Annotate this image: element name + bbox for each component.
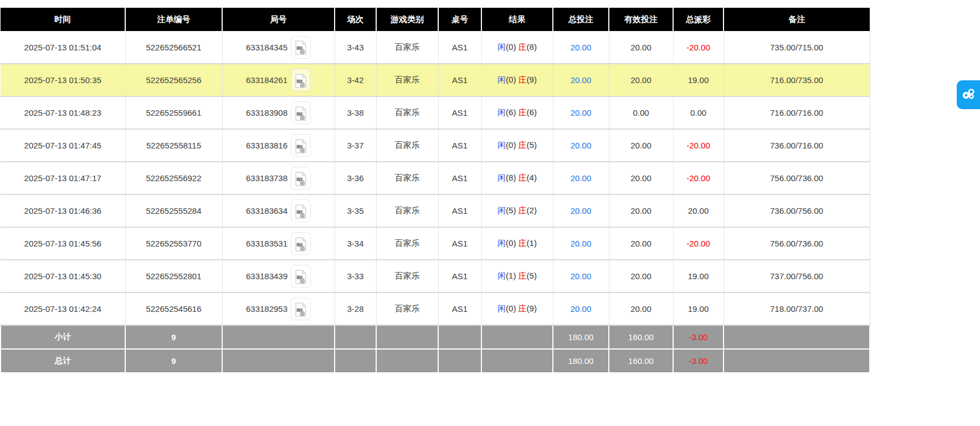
- video-replay-button[interactable]: [291, 101, 311, 124]
- player-result-value: (8): [506, 173, 516, 182]
- floating-share-widget[interactable]: [957, 80, 980, 109]
- video-replay-button[interactable]: [291, 134, 311, 157]
- table-row: 2025-07-13 01:47:45 522652558115 6331838…: [1, 129, 870, 162]
- cell-session: 3-43: [335, 31, 376, 64]
- cell-game-type: 百家乐: [376, 260, 438, 292]
- col-header-remark: 备注: [724, 8, 870, 31]
- total-empty-remark: [724, 349, 870, 373]
- player-result-value: (0): [506, 75, 516, 84]
- cell-session: 3-37: [335, 129, 376, 162]
- video-replay-button[interactable]: [291, 265, 311, 288]
- cell-total-bet: 20.00: [553, 31, 609, 64]
- cell-valid-bet: 20.00: [609, 129, 673, 162]
- cell-session: 3-38: [335, 96, 376, 129]
- player-result-label: 闲: [497, 271, 506, 280]
- player-result-value: (0): [506, 140, 516, 150]
- total-bet-link[interactable]: 20.00: [571, 43, 592, 52]
- cell-game-type: 百家乐: [376, 129, 438, 162]
- cell-valid-bet: 20.00: [609, 227, 673, 260]
- round-number: 633182953: [246, 304, 288, 314]
- total-bet-link[interactable]: 20.00: [571, 173, 592, 183]
- cell-time: 2025-07-13 01:47:45: [1, 129, 125, 162]
- banker-result-value: (9): [527, 75, 537, 84]
- cell-table-no: AS1: [438, 260, 481, 292]
- player-result-label: 闲: [497, 304, 506, 313]
- cell-table-no: AS1: [438, 64, 481, 96]
- video-replay-button[interactable]: [291, 36, 311, 59]
- cell-bet-id: 522652566521: [125, 31, 222, 64]
- round-number: 633184345: [246, 43, 288, 52]
- round-number: 633183908: [246, 108, 288, 117]
- player-result-label: 闲: [497, 75, 506, 84]
- cell-table-no: AS1: [438, 194, 481, 227]
- total-bet-link[interactable]: 20.00: [571, 239, 592, 248]
- cell-round: 633182953: [222, 292, 335, 325]
- cell-table-no: AS1: [438, 227, 481, 260]
- cell-time: 2025-07-13 01:42:24: [1, 292, 125, 325]
- banker-result-value: (6): [527, 107, 537, 117]
- cell-time: 2025-07-13 01:51:04: [1, 31, 125, 64]
- video-replay-icon: [295, 206, 307, 215]
- cell-bet-id: 522652558115: [125, 129, 222, 162]
- total-bet-link[interactable]: 20.00: [571, 271, 592, 281]
- video-replay-icon: [295, 141, 307, 150]
- cell-time: 2025-07-13 01:46:36: [1, 194, 125, 227]
- cell-session: 3-28: [335, 292, 376, 325]
- player-result-label: 闲: [497, 107, 506, 117]
- cell-payout: 19.00: [673, 64, 724, 96]
- total-bet-link[interactable]: 20.00: [571, 304, 592, 314]
- total-bet-link[interactable]: 20.00: [571, 206, 592, 215]
- cell-payout: -20.00: [673, 31, 724, 64]
- total-bet-link[interactable]: 20.00: [571, 75, 592, 85]
- player-result-value: (0): [506, 238, 516, 248]
- video-replay-icon: [295, 239, 307, 248]
- table-row: 2025-07-13 01:50:35 522652565256 6331842…: [1, 64, 870, 96]
- player-result-label: 闲: [497, 238, 506, 248]
- cell-total-bet: 20.00: [553, 292, 609, 325]
- subtotal-valid-bet: 160.00: [609, 325, 673, 349]
- video-replay-icon: [295, 43, 307, 52]
- player-result-value: (5): [506, 206, 516, 215]
- cell-remark: 737.00/756.00: [724, 260, 870, 292]
- col-header-game-type: 游戏类别: [376, 8, 438, 31]
- cell-valid-bet: 20.00: [609, 260, 673, 292]
- cell-remark: 756.00/736.00: [724, 162, 870, 194]
- video-replay-button[interactable]: [291, 199, 311, 222]
- total-bet-link[interactable]: 20.00: [571, 141, 592, 150]
- table-header: 时间 注单编号 局号 场次 游戏类别 桌号 结果 总投注 有效投注 总派彩 备注: [1, 8, 870, 31]
- table-footer: 小计 9 180.00 160.00 -3.00 总计 9 1: [1, 325, 870, 373]
- banker-result-value: (4): [527, 173, 537, 182]
- video-replay-button[interactable]: [291, 232, 311, 255]
- table-row: 2025-07-13 01:45:30 522652552801 6331834…: [1, 260, 870, 292]
- banker-result-label: 庄: [519, 271, 527, 280]
- cell-valid-bet: 20.00: [609, 162, 673, 194]
- player-result-label: 闲: [497, 140, 506, 150]
- banker-result-label: 庄: [519, 238, 527, 248]
- video-replay-button[interactable]: [291, 167, 311, 189]
- cell-game-type: 百家乐: [376, 227, 438, 260]
- cell-result: 闲(0) 庄(1): [481, 227, 553, 260]
- cell-total-bet: 20.00: [553, 260, 609, 292]
- total-empty-table: [438, 349, 481, 373]
- col-header-total-bet: 总投注: [553, 8, 609, 31]
- total-valid-bet: 160.00: [609, 349, 673, 373]
- table-row: 2025-07-13 01:51:04 522652566521 6331843…: [1, 31, 870, 64]
- cell-valid-bet: 20.00: [609, 64, 673, 96]
- cell-round: 633184345: [222, 31, 335, 64]
- table-row: 2025-07-13 01:45:56 522652553770 6331835…: [1, 227, 870, 260]
- total-bet-link[interactable]: 20.00: [571, 108, 592, 117]
- player-result-value: (6): [506, 107, 516, 117]
- table-row: 2025-07-13 01:47:17 522652556922 6331837…: [1, 162, 870, 194]
- cell-time: 2025-07-13 01:45:30: [1, 260, 125, 292]
- total-row: 总计 9 180.00 160.00 -3.00: [1, 349, 870, 373]
- table-row: 2025-07-13 01:46:36 522652555284 6331836…: [1, 194, 870, 227]
- col-header-round: 局号: [222, 8, 335, 31]
- round-number: 633183738: [246, 173, 288, 183]
- cell-round: 633183908: [222, 96, 335, 129]
- subtotal-payout: -3.00: [673, 325, 724, 349]
- cell-valid-bet: 20.00: [609, 292, 673, 325]
- video-replay-button[interactable]: [291, 297, 311, 320]
- col-header-valid-bet: 有效投注: [609, 8, 673, 31]
- video-replay-button[interactable]: [291, 69, 311, 91]
- table-row: 2025-07-13 01:42:24 522652545616 6331829…: [1, 292, 870, 325]
